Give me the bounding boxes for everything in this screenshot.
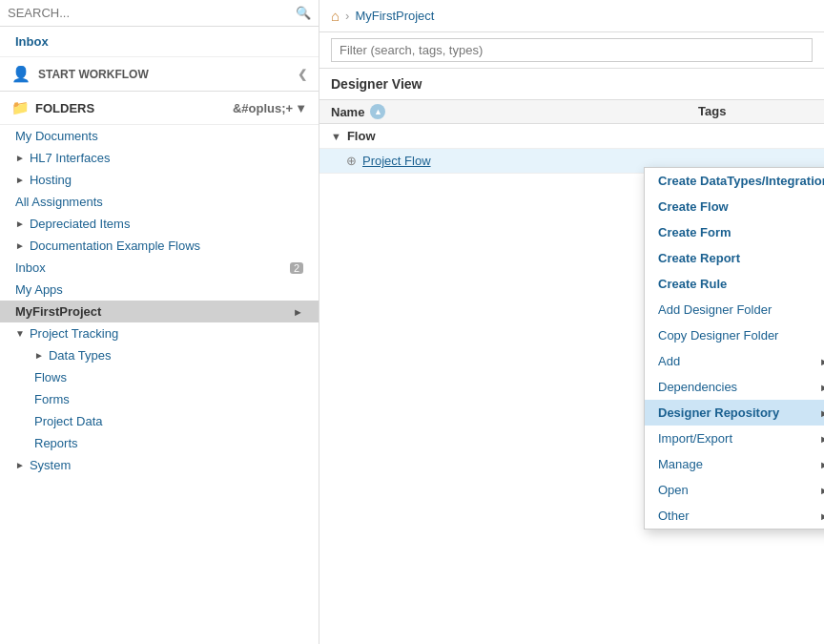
tree-item-system[interactable]: ► System (0, 454, 319, 476)
arrow-icon: ► (15, 240, 25, 251)
expand-arrow-icon[interactable]: ▼ (331, 131, 341, 142)
sub-arrow-icon: ► (819, 433, 824, 445)
tree-item-label: Project Tracking (30, 326, 118, 341)
tree-item-my-apps[interactable]: My Apps (0, 279, 319, 301)
inbox-badge: 2 (290, 262, 303, 274)
ctx-create-form[interactable]: Create Form (645, 219, 824, 245)
tree-item-hosting[interactable]: ► Hosting (0, 169, 319, 191)
chevron-icon: ❮ (298, 68, 307, 81)
ctx-create-datatypes[interactable]: Create DataTypes/Integration (645, 168, 824, 194)
arrow-icon: ► (15, 218, 25, 229)
ctx-copy-designer-folder[interactable]: Copy Designer Folder (645, 322, 824, 348)
sub-arrow-icon: ► (819, 485, 824, 496)
main-area: ⌂ › MyFirstProject Designer View Name ▲ … (319, 0, 824, 644)
tree-item-label: Inbox (15, 260, 46, 275)
arrow-icon: ► (15, 460, 25, 470)
sub-arrow-icon: ► (819, 407, 824, 419)
tree-item-label: All Assignments (15, 195, 103, 209)
flow-label: Flow (347, 129, 376, 143)
ctx-add[interactable]: Add ► (645, 348, 824, 374)
tree-item-flows[interactable]: Flows (0, 366, 319, 388)
project-flow-link[interactable]: Project Flow (362, 154, 431, 168)
folder-icon: 📁 (11, 99, 30, 116)
tree-item-depreciated[interactable]: ► Depreciated Items (0, 213, 319, 235)
chevron-down-icon: ▼ (295, 101, 307, 115)
tree-item-label: MyFirstProject (15, 304, 101, 319)
tree-item-label: Project Data (34, 414, 103, 428)
ctx-manage[interactable]: Manage ► (645, 451, 824, 477)
inbox-item[interactable]: Inbox (0, 27, 319, 57)
folders-header: 📁 FOLDERS &#oplus;+ ▼ (0, 92, 319, 125)
tree-item-forms[interactable]: Forms (0, 388, 319, 410)
add-folder-button[interactable]: &#oplus;+ ▼ (233, 101, 307, 115)
tree-item-hl7[interactable]: ► HL7 Interfaces (0, 147, 319, 169)
context-menu: Create DataTypes/Integration Create Flow… (644, 167, 824, 530)
tree-list: My Documents ► HL7 Interfaces ► Hosting … (0, 125, 319, 476)
breadcrumb-project[interactable]: MyFirstProject (355, 9, 434, 23)
tree-item-label: Forms (34, 392, 70, 406)
tree-item-label: Documentation Example Flows (30, 239, 200, 253)
ctx-dependencies[interactable]: Dependencies ► (645, 374, 824, 400)
designer-view-title: Designer View (319, 69, 824, 100)
sub-arrow-icon: ► (819, 356, 824, 367)
ctx-designer-repository[interactable]: Designer Repository ► (645, 400, 824, 426)
tree-item-label: System (30, 458, 71, 472)
tree-item-all-assignments[interactable]: All Assignments (0, 191, 319, 213)
sub-arrow-icon: ► (819, 382, 824, 393)
tree-item-project-data[interactable]: Project Data (0, 410, 319, 432)
arrow-icon: ► (15, 175, 25, 185)
arrow-icon: ▼ (15, 328, 25, 339)
ctx-create-report[interactable]: Create Report (645, 245, 824, 271)
tree-item-data-types[interactable]: ► Data Types (0, 344, 319, 366)
ctx-import-export[interactable]: Import/Export ► (645, 426, 824, 451)
tree-item-doc-example[interactable]: ► Documentation Example Flows (0, 235, 319, 257)
search-input[interactable] (8, 6, 296, 20)
col-name-header: Name ▲ (331, 104, 698, 119)
breadcrumb: ⌂ › MyFirstProject (319, 0, 824, 32)
ctx-create-flow[interactable]: Create Flow (645, 194, 824, 219)
ctx-create-rule[interactable]: Create Rule (645, 271, 824, 297)
tree-item-my-documents[interactable]: My Documents (0, 125, 319, 147)
sub-arrow-icon: ► (819, 510, 824, 522)
tree-item-inbox[interactable]: Inbox 2 (0, 257, 319, 279)
breadcrumb-separator: › (345, 9, 349, 23)
tree-item-label: Hosting (30, 173, 72, 187)
tree-item-project-tracking[interactable]: ▼ Project Tracking (0, 322, 319, 344)
home-icon[interactable]: ⌂ (331, 8, 340, 24)
table-header: Name ▲ Tags (319, 100, 824, 124)
ctx-other[interactable]: Other ► (645, 503, 824, 529)
tree-item-label: Depreciated Items (30, 217, 131, 231)
search-icon: 🔍 (296, 6, 311, 20)
folders-label: FOLDERS (35, 101, 94, 115)
filter-input[interactable] (331, 38, 813, 62)
tree-item-label: Flows (34, 370, 67, 384)
project-flow-icon: ⊕ (346, 154, 357, 168)
tree-item-reports[interactable]: Reports (0, 432, 319, 454)
ctx-add-designer-folder[interactable]: Add Designer Folder (645, 297, 824, 322)
tree-item-label: Reports (34, 436, 78, 450)
sort-icon[interactable]: ▲ (370, 104, 385, 119)
search-bar[interactable]: 🔍 (0, 0, 319, 27)
tree-item-label: My Apps (15, 282, 63, 297)
workflow-icon: 👤 (11, 65, 31, 83)
submenu-arrow-icon: ► (293, 306, 303, 318)
sub-arrow-icon: ► (819, 459, 824, 470)
tree-item-myfirstproject[interactable]: MyFirstProject ► (0, 301, 319, 322)
col-tags-header: Tags (698, 104, 813, 119)
filter-bar (319, 32, 824, 69)
tree-item-label: Data Types (49, 348, 112, 363)
workflow-label: START WORKFLOW (38, 68, 149, 81)
tree-item-label: HL7 Interfaces (30, 151, 111, 165)
flow-row: ▼ Flow (319, 124, 824, 149)
ctx-open[interactable]: Open ► (645, 477, 824, 503)
workflow-section[interactable]: 👤 START WORKFLOW ❮ (0, 57, 319, 92)
arrow-icon: ► (15, 153, 25, 163)
arrow-icon: ► (34, 350, 44, 361)
tree-item-label: My Documents (15, 129, 98, 143)
sidebar: 🔍 Inbox 👤 START WORKFLOW ❮ 📁 FOLDERS &#o… (0, 0, 319, 644)
